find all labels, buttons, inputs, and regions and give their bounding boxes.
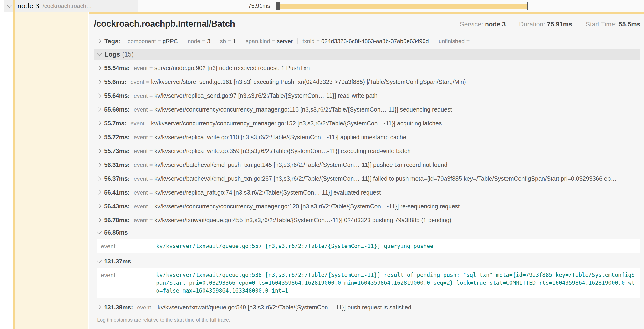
log-entry-header[interactable]: 56.85ms — [94, 227, 640, 238]
log-timestamp: 56.37ms: — [104, 175, 130, 182]
logs-section-header[interactable]: Logs (15) — [94, 49, 640, 60]
log-key-value: event=kv/kvserver/txnwait/queue.go:549 [… — [137, 304, 412, 311]
log-entry[interactable]: 56.41ms:event=kv/kvserver/replica_raft.g… — [94, 186, 640, 199]
log-field-key: event — [130, 120, 144, 126]
tag-key: sb — [220, 38, 226, 44]
log-timestamp: 56.78ms: — [104, 217, 130, 224]
chevron-down-icon[interactable] — [97, 229, 102, 234]
logs-footer-note: Log timestamps are relative to the start… — [97, 317, 640, 323]
log-marker-tick — [527, 2, 528, 10]
equals-sign: = — [158, 38, 161, 44]
duration-value: 75.91ms — [547, 21, 572, 28]
tag-item[interactable]: span.kind=server — [241, 38, 298, 44]
log-entry[interactable]: 55.6ms:event=kv/kvserver/store_send.go:1… — [94, 75, 640, 89]
start-time-label: Start Time: — [586, 21, 617, 28]
log-key-value: event=kv/kvserver/batcheval/cmd_push_txn… — [134, 175, 616, 182]
chevron-right-icon[interactable] — [96, 107, 101, 112]
log-field-key: event — [134, 106, 148, 113]
chevron-right-icon[interactable] — [96, 176, 101, 181]
log-key-value: event=kv/kvserver/replica_send.go:97 [n3… — [134, 92, 378, 99]
meta-divider — [579, 21, 579, 28]
log-field-key: event — [134, 176, 148, 182]
chevron-right-icon[interactable] — [96, 93, 101, 98]
log-timestamp: 56.41ms: — [104, 189, 130, 196]
log-marker-tick — [279, 2, 280, 10]
tag-key: component — [128, 38, 156, 44]
log-entry[interactable]: 55.64ms:event=kv/kvserver/replica_send.g… — [94, 89, 640, 102]
log-key-value: event=kv/kvserver/store_send.go:161 [n3,… — [130, 78, 466, 85]
equals-sign: = — [466, 38, 470, 44]
span-row[interactable]: node 3 /cockroach.roach… 75.91ms — [4, 0, 644, 12]
span-timeline[interactable]: 75.91ms — [138, 0, 644, 12]
equals-sign: = — [150, 203, 153, 210]
logs-count: (15) — [122, 51, 134, 58]
log-entry[interactable]: 56.31ms:event=kv/kvserver/batcheval/cmd_… — [94, 158, 640, 172]
log-timestamp: 55.7ms: — [104, 120, 126, 127]
log-entry[interactable]: 55.68ms:event=kv/kvserver/concurrency/co… — [94, 102, 640, 116]
tag-value: 1 — [232, 38, 236, 44]
service-value: node 3 — [485, 21, 506, 28]
tag-item[interactable]: txnid=024d3323-6c8f-4863-aa8b-37ab0e6349… — [298, 38, 434, 44]
log-field-value: kv/kvserver/replica_raft.go:74 [n3,s3,r6… — [154, 189, 381, 196]
log-timestamp: 131.37ms — [104, 258, 131, 265]
chevron-right-icon[interactable] — [96, 121, 101, 126]
chevron-down-icon[interactable] — [7, 3, 12, 8]
tag-item[interactable]: node=3 — [182, 38, 215, 44]
span-detail-header: /cockroach.roachpb.Internal/Batch Servic… — [94, 14, 640, 29]
chevron-right-icon[interactable] — [96, 80, 101, 84]
tag-item[interactable]: component=gRPC — [123, 38, 182, 44]
log-entry[interactable]: 56.78ms:event=kv/kvserver/txnwait/queue.… — [94, 213, 640, 227]
logs-bottom-divider — [94, 326, 640, 327]
log-entry[interactable]: 55.7ms:event=kv/kvserver/concurrency/con… — [94, 116, 640, 130]
chevron-right-icon[interactable] — [96, 66, 101, 70]
chevron-right-icon[interactable] — [96, 218, 101, 222]
left-gutter-divider — [4, 0, 4, 329]
span-duration-bar[interactable] — [276, 4, 527, 8]
log-field-key: event — [101, 242, 156, 250]
log-key-value: event=kv/kvserver/replica_write.go:359 [… — [134, 148, 411, 154]
chevron-right-icon[interactable] — [96, 162, 101, 167]
log-key-value: event=kv/kvserver/concurrency/concurrenc… — [134, 106, 452, 113]
log-field-key: event — [101, 271, 156, 295]
log-entry-expanded: 56.85mseventkv/kvserver/txnwait/queue.go… — [94, 227, 640, 254]
tags-section[interactable]: Tags: component=gRPCnode=3sb=1span.kind=… — [94, 36, 640, 46]
tag-item[interactable]: unfinished= — [434, 38, 476, 44]
log-timestamp: 131.39ms: — [104, 304, 133, 311]
log-entry[interactable]: 55.72ms:event=kv/kvserver/replica_write.… — [94, 130, 640, 144]
tag-key: unfinished — [438, 38, 464, 44]
equals-sign: = — [228, 38, 231, 44]
span-color-stripe — [13, 0, 15, 329]
log-field-key: event — [134, 92, 148, 99]
chevron-right-icon[interactable] — [96, 39, 101, 44]
log-fields-table: eventkv/kvserver/txnwait/queue.go:538 [n… — [97, 268, 640, 298]
chevron-down-icon[interactable] — [97, 51, 102, 56]
log-timestamp: 55.73ms: — [104, 148, 130, 154]
span-name-cell[interactable]: node 3 /cockroach.roach… — [4, 0, 138, 12]
log-entry[interactable]: 55.73ms:event=kv/kvserver/replica_write.… — [94, 144, 640, 158]
log-entry[interactable]: 56.37ms:event=kv/kvserver/batcheval/cmd_… — [94, 172, 640, 186]
log-entry[interactable]: 55.54ms:event=server/node.go:902 [n3] no… — [94, 61, 640, 75]
log-timestamp: 55.68ms: — [104, 106, 130, 113]
equals-sign: = — [150, 176, 153, 182]
chevron-right-icon[interactable] — [96, 148, 101, 153]
log-field-key: event — [134, 162, 148, 168]
log-entry[interactable]: 131.39ms:event=kv/kvserver/txnwait/queue… — [94, 300, 640, 314]
chevron-right-icon[interactable] — [96, 204, 101, 208]
chevron-down-icon[interactable] — [97, 258, 102, 263]
log-key-value: event=kv/kvserver/replica_raft.go:74 [n3… — [134, 189, 381, 196]
chevron-right-icon[interactable] — [96, 305, 101, 310]
chevron-right-icon[interactable] — [96, 190, 101, 195]
tag-item[interactable]: sb=1 — [215, 38, 241, 44]
log-entry[interactable]: 56.43ms:event=kv/kvserver/concurrency/co… — [94, 199, 640, 213]
log-field-key: event — [134, 65, 148, 71]
log-field-value: kv/kvserver/batcheval/cmd_push_txn.go:26… — [154, 175, 617, 182]
chevron-right-icon[interactable] — [96, 135, 101, 140]
log-timestamp: 55.64ms: — [104, 92, 130, 99]
logs-title: Logs — [105, 51, 120, 58]
log-entry-header[interactable]: 131.37ms — [94, 256, 640, 267]
log-key-value: event=kv/kvserver/concurrency/concurrenc… — [134, 203, 460, 210]
log-key-value: event=kv/kvserver/concurrency/concurrenc… — [130, 120, 442, 127]
log-field-key: event — [134, 148, 148, 154]
log-field-key: event — [134, 134, 148, 140]
log-timestamp: 56.85ms — [104, 229, 128, 236]
